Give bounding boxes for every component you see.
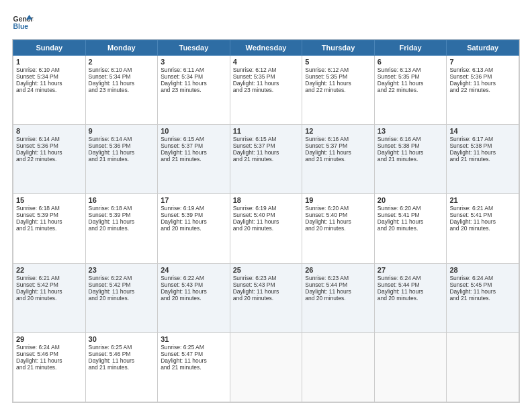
day-info-line: and 20 minutes. xyxy=(305,225,371,232)
day-info-line: Daylight: 11 hours xyxy=(16,218,83,225)
day-number: 27 xyxy=(378,266,444,274)
calendar-cell: 24Sunrise: 6:22 AMSunset: 5:43 PMDayligh… xyxy=(158,263,230,332)
day-info-line: and 22 minutes. xyxy=(378,87,444,93)
calendar-cell: 4Sunrise: 6:12 AMSunset: 5:35 PMDaylight… xyxy=(230,56,302,125)
day-info-line: and 20 minutes. xyxy=(449,225,516,232)
day-info-line: Sunset: 5:46 PM xyxy=(16,351,83,357)
calendar-cell: 23Sunrise: 6:22 AMSunset: 5:42 PMDayligh… xyxy=(85,263,158,332)
day-header-tuesday: Tuesday xyxy=(158,40,230,56)
calendar-cell xyxy=(302,332,375,402)
day-number: 14 xyxy=(449,127,516,135)
day-info-line: Daylight: 11 hours xyxy=(378,288,444,295)
day-info-line: Sunset: 5:47 PM xyxy=(161,351,227,357)
day-info-line: Sunset: 5:35 PM xyxy=(305,73,371,80)
day-number: 11 xyxy=(233,127,300,135)
day-number: 24 xyxy=(161,266,227,274)
day-number: 8 xyxy=(16,127,83,135)
day-number: 26 xyxy=(305,266,371,274)
header: General Blue xyxy=(12,12,520,34)
calendar-cell: 16Sunrise: 6:18 AMSunset: 5:39 PMDayligh… xyxy=(85,194,158,263)
page: General Blue SundayMondayTuesdayWednesda… xyxy=(0,0,532,411)
day-info-line: Daylight: 11 hours xyxy=(16,357,83,364)
day-number: 6 xyxy=(378,58,444,66)
calendar-cell: 14Sunrise: 6:17 AMSunset: 5:38 PMDayligh… xyxy=(447,125,519,194)
day-info-line: Sunrise: 6:20 AM xyxy=(378,205,444,212)
day-header-saturday: Saturday xyxy=(447,40,519,56)
day-info-line: Sunrise: 6:19 AM xyxy=(233,205,300,212)
day-number: 23 xyxy=(89,266,155,274)
day-info-line: Sunset: 5:35 PM xyxy=(233,73,300,80)
calendar-cell: 13Sunrise: 6:16 AMSunset: 5:38 PMDayligh… xyxy=(374,125,447,194)
day-info-line: Daylight: 11 hours xyxy=(305,288,371,295)
day-info-line: Sunrise: 6:23 AM xyxy=(233,275,300,281)
day-info-line: and 23 minutes. xyxy=(89,87,155,93)
day-info-line: Sunrise: 6:16 AM xyxy=(378,136,444,142)
day-info-line: Daylight: 11 hours xyxy=(161,149,227,156)
day-header-wednesday: Wednesday xyxy=(230,40,302,56)
day-info-line: Sunrise: 6:15 AM xyxy=(161,136,227,142)
day-info-line: and 21 minutes. xyxy=(449,295,516,302)
day-info-line: Sunrise: 6:22 AM xyxy=(89,275,155,281)
calendar-cell: 29Sunrise: 6:24 AMSunset: 5:46 PMDayligh… xyxy=(13,332,86,402)
day-number: 17 xyxy=(161,196,227,204)
day-number: 15 xyxy=(16,196,83,204)
day-info-line: Sunset: 5:37 PM xyxy=(161,142,227,149)
day-info-line: Daylight: 11 hours xyxy=(233,218,300,225)
day-info-line: Sunset: 5:39 PM xyxy=(161,212,227,218)
day-number: 13 xyxy=(378,127,444,135)
day-info-line: Sunset: 5:41 PM xyxy=(378,212,444,218)
day-info-line: Daylight: 11 hours xyxy=(233,80,300,87)
day-header-thursday: Thursday xyxy=(302,40,375,56)
day-info-line: Sunset: 5:43 PM xyxy=(161,281,227,288)
day-info-line: Sunrise: 6:16 AM xyxy=(305,136,371,142)
day-info-line: and 21 minutes. xyxy=(16,225,83,232)
calendar-cell: 20Sunrise: 6:20 AMSunset: 5:41 PMDayligh… xyxy=(374,194,447,263)
day-number: 3 xyxy=(161,58,227,66)
day-number: 1 xyxy=(16,58,83,66)
day-info-line: and 23 minutes. xyxy=(161,87,227,93)
calendar-cell: 2Sunrise: 6:10 AMSunset: 5:34 PMDaylight… xyxy=(85,56,158,125)
calendar-cell xyxy=(374,332,447,402)
day-number: 21 xyxy=(449,196,516,204)
day-info-line: and 20 minutes. xyxy=(89,225,155,232)
day-info-line: Sunrise: 6:22 AM xyxy=(161,275,227,281)
day-info-line: and 20 minutes. xyxy=(305,295,371,302)
day-info-line: Daylight: 11 hours xyxy=(305,218,371,225)
day-info-line: Sunrise: 6:18 AM xyxy=(16,205,83,212)
day-number: 30 xyxy=(89,335,155,343)
day-info-line: Daylight: 11 hours xyxy=(89,288,155,295)
calendar-cell: 30Sunrise: 6:25 AMSunset: 5:46 PMDayligh… xyxy=(85,332,158,402)
day-number: 25 xyxy=(233,266,300,274)
day-info-line: Sunset: 5:43 PM xyxy=(233,281,300,288)
calendar-cell: 21Sunrise: 6:21 AMSunset: 5:41 PMDayligh… xyxy=(447,194,519,263)
calendar-cell: 18Sunrise: 6:19 AMSunset: 5:40 PMDayligh… xyxy=(230,194,302,263)
day-info-line: and 20 minutes. xyxy=(233,225,300,232)
calendar: SundayMondayTuesdayWednesdayThursdayFrid… xyxy=(12,39,520,403)
day-info-line: Sunset: 5:34 PM xyxy=(16,73,83,80)
day-header-monday: Monday xyxy=(85,40,158,56)
day-number: 16 xyxy=(89,196,155,204)
day-info-line: Daylight: 11 hours xyxy=(449,149,516,156)
day-info-line: Sunrise: 6:12 AM xyxy=(305,66,371,73)
day-info-line: Sunset: 5:46 PM xyxy=(89,351,155,357)
day-info-line: Sunrise: 6:10 AM xyxy=(16,66,83,73)
day-info-line: Daylight: 11 hours xyxy=(233,149,300,156)
day-info-line: and 21 minutes. xyxy=(305,156,371,163)
day-info-line: Daylight: 11 hours xyxy=(89,149,155,156)
day-info-line: Sunrise: 6:20 AM xyxy=(305,205,371,212)
day-info-line: Daylight: 11 hours xyxy=(161,218,227,225)
day-info-line: Sunset: 5:37 PM xyxy=(305,142,371,149)
day-info-line: Sunset: 5:40 PM xyxy=(233,212,300,218)
day-info-line: Daylight: 11 hours xyxy=(89,218,155,225)
day-info-line: Sunset: 5:36 PM xyxy=(89,142,155,149)
day-info-line: Sunrise: 6:24 AM xyxy=(16,344,83,351)
day-info-line: Daylight: 11 hours xyxy=(378,80,444,87)
calendar-cell: 1Sunrise: 6:10 AMSunset: 5:34 PMDaylight… xyxy=(13,56,86,125)
day-info-line: Sunset: 5:42 PM xyxy=(16,281,83,288)
day-info-line: Sunrise: 6:23 AM xyxy=(305,275,371,281)
day-info-line: Sunset: 5:44 PM xyxy=(378,281,444,288)
day-info-line: Daylight: 11 hours xyxy=(161,357,227,364)
day-info-line: and 21 minutes. xyxy=(89,364,155,371)
day-info-line: and 21 minutes. xyxy=(16,364,83,371)
day-info-line: Sunrise: 6:17 AM xyxy=(449,136,516,142)
